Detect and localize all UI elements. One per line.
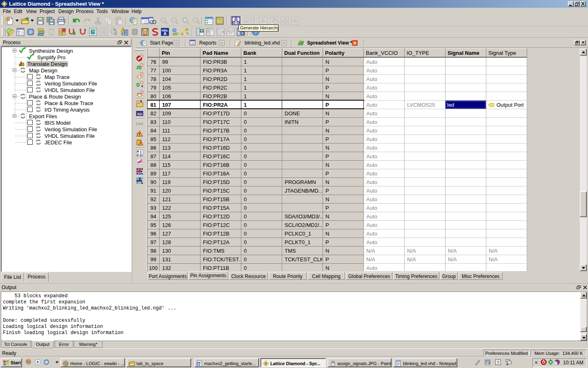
svg-text:?: ? bbox=[497, 360, 499, 365]
svg-text:A: A bbox=[163, 31, 166, 36]
svg-text:Vref: Vref bbox=[137, 113, 143, 116]
svg-text:x2: x2 bbox=[141, 84, 143, 88]
svg-text:Z: Z bbox=[137, 153, 139, 157]
